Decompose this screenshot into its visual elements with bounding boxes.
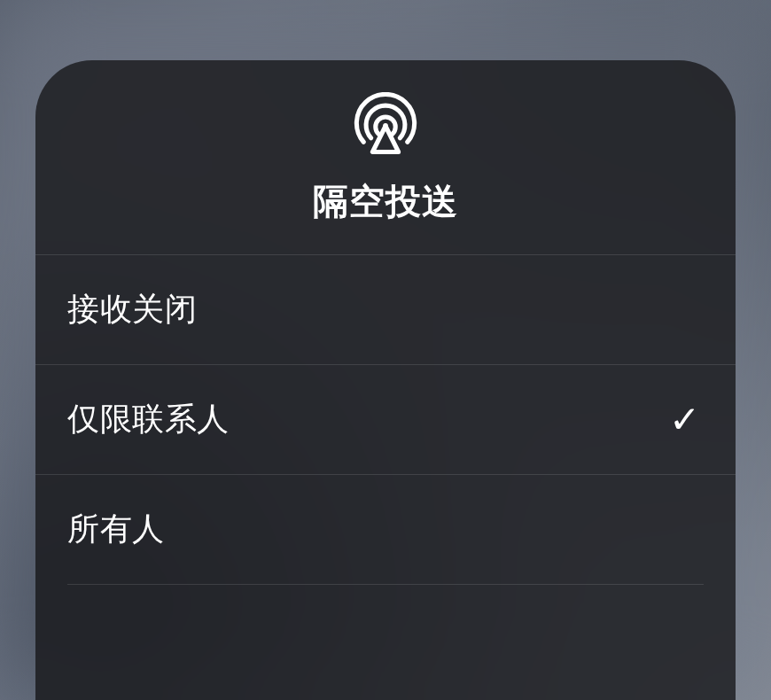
option-everyone[interactable]: 所有人 ✓ xyxy=(35,474,736,584)
airdrop-icon xyxy=(354,92,417,156)
checkmark-icon: ✓ xyxy=(669,401,700,439)
option-contacts-only[interactable]: 仅限联系人 ✓ xyxy=(35,364,736,474)
option-label: 所有人 xyxy=(67,508,165,551)
panel-title: 隔空投送 xyxy=(313,177,458,226)
divider xyxy=(67,584,704,585)
option-receiving-off[interactable]: 接收关闭 ✓ xyxy=(35,254,736,364)
option-label: 接收关闭 xyxy=(67,288,197,331)
airdrop-options-list: 接收关闭 ✓ 仅限联系人 ✓ 所有人 ✓ xyxy=(35,254,736,585)
airdrop-settings-panel: 隔空投送 接收关闭 ✓ 仅限联系人 ✓ 所有人 ✓ xyxy=(35,60,736,700)
option-label: 仅限联系人 xyxy=(67,398,230,441)
panel-header: 隔空投送 xyxy=(35,60,736,254)
